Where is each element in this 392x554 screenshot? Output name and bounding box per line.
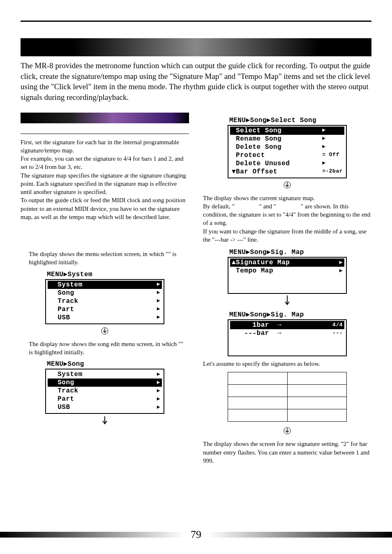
lcd-row: USB▶ [48, 403, 162, 411]
lcd-row: Part▶ [48, 305, 162, 314]
left-column: First, set the signature for each bar in… [21, 113, 189, 465]
intro-paragraph: The MR-8 provides the metronome function… [21, 60, 371, 103]
lcd-row: System▶ [48, 281, 162, 289]
p-left-3: The signature map specifies the signatur… [21, 171, 189, 196]
lcd-row: Song▶ [48, 379, 162, 387]
p-left-2: For example, you can set the signature t… [21, 155, 189, 171]
signature-example-table [228, 372, 347, 422]
lcd-row: Protect= Off [230, 151, 344, 159]
lcd-row: Song▶ [48, 289, 162, 297]
lcd-row: Rename Song▶ [230, 135, 344, 143]
lcd-select-song: MENU▶Song▶Select Song Select Song▶ Renam… [228, 116, 347, 178]
down-arrow-icon [203, 427, 371, 436]
right-p1: The display shows the current signature … [203, 194, 371, 244]
footer-bar-left [0, 532, 184, 538]
lcd-row: Delete Song▶ [230, 143, 344, 151]
lcd-row: ---bar →--- [230, 329, 344, 337]
right-column: MENU▶Song▶Select Song Select Song▶ Renam… [203, 113, 371, 465]
lcd-row [230, 275, 344, 283]
lcd-row [230, 346, 344, 354]
right-p3: Let's assume to specify the signatures a… [203, 360, 371, 368]
p-left-4: To output the guide click or feed the MI… [21, 196, 189, 221]
signature-map-body: First, set the signature for each bar in… [21, 138, 189, 222]
lcd-row: ▼Bar Offset=-2bar [230, 168, 344, 176]
lcd-row: Delete Unused▶ [230, 159, 344, 168]
page-footer: 79 [0, 529, 392, 541]
top-double-rule [21, 21, 371, 22]
right-p2: If you want to change the signature from… [203, 227, 371, 244]
lcd-row: System▶ [48, 370, 162, 379]
lcd-menu-system: MENU▶System System▶ Song▶ Track▶ Part▶ U… [45, 270, 164, 324]
down-arrow-icon [203, 181, 371, 191]
down-arrow-icon [21, 327, 189, 337]
connector-arrow-icon [203, 295, 371, 308]
hero-gradient-bar [21, 38, 371, 56]
p-left-1: First, set the signature for each bar in… [21, 138, 189, 155]
down-arrow-small-icon [21, 416, 189, 427]
lcd-row [230, 337, 344, 346]
lcd-row: Track▶ [48, 297, 162, 305]
lcd-row: ▲Signature Map▶ [230, 259, 344, 267]
lcd-row: Track▶ [48, 387, 162, 395]
lcd-row [230, 283, 344, 291]
lcd-sig-map-menu: MENU▶Song▶Sig. Map ▲Signature Map▶ Tempo… [228, 248, 347, 294]
lcd-row: 1bar →4/4 [230, 321, 344, 329]
lcd-row: USB▶ [48, 314, 162, 322]
step1-text: The display shows the menu selection scr… [21, 250, 189, 267]
subsection-rule [21, 128, 189, 134]
footer-bar-right [208, 532, 392, 538]
lcd-menu-song: MENU▶Song System▶ Song▶ Track▶ Part▶ USB… [45, 360, 164, 414]
lcd-row: Tempo Map▶ [230, 267, 344, 275]
step2-text: The display now shows the song edit menu… [21, 340, 189, 357]
lcd-sig-map-values: MENU▶Song▶Sig. Map 1bar →4/4 ---bar →--- [228, 310, 347, 356]
section-bar-left [21, 113, 189, 123]
right-p4: The display shows the screen for new sig… [203, 440, 371, 465]
page-number: 79 [184, 529, 208, 541]
lcd-row: Part▶ [48, 395, 162, 403]
lcd-row: Select Song▶ [230, 127, 344, 135]
